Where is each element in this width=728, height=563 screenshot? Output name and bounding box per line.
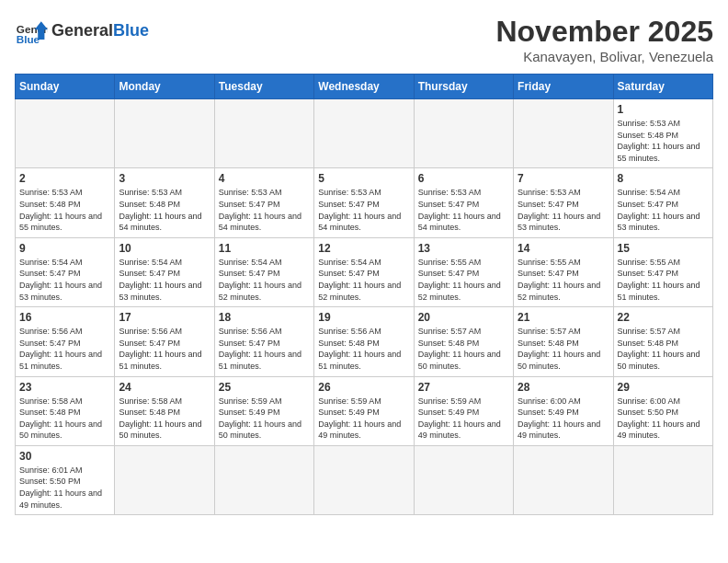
day-info: Sunrise: 5:53 AM Sunset: 5:47 PM Dayligh… <box>518 187 609 233</box>
calendar-cell: 5Sunrise: 5:53 AM Sunset: 5:47 PM Daylig… <box>314 168 414 237</box>
calendar-cell: 3Sunrise: 5:53 AM Sunset: 5:48 PM Daylig… <box>115 168 214 237</box>
day-of-week-header: Monday <box>115 75 214 99</box>
calendar-week-row: 30Sunrise: 6:01 AM Sunset: 5:50 PM Dayli… <box>16 445 713 514</box>
day-info: Sunrise: 5:54 AM Sunset: 5:47 PM Dayligh… <box>318 257 409 303</box>
calendar-cell: 10Sunrise: 5:54 AM Sunset: 5:47 PM Dayli… <box>115 237 214 306</box>
calendar-cell <box>115 99 214 168</box>
day-of-week-header: Friday <box>514 75 613 99</box>
calendar-week-row: 23Sunrise: 5:58 AM Sunset: 5:48 PM Dayli… <box>16 376 713 445</box>
calendar-cell <box>214 99 313 168</box>
day-number: 8 <box>618 172 709 185</box>
day-info: Sunrise: 5:54 AM Sunset: 5:47 PM Dayligh… <box>219 257 310 303</box>
calendar-cell: 23Sunrise: 5:58 AM Sunset: 5:48 PM Dayli… <box>16 376 115 445</box>
day-number: 14 <box>518 242 609 255</box>
calendar-cell: 29Sunrise: 6:00 AM Sunset: 5:50 PM Dayli… <box>613 376 712 445</box>
day-info: Sunrise: 6:00 AM Sunset: 5:49 PM Dayligh… <box>518 396 609 442</box>
day-info: Sunrise: 5:53 AM Sunset: 5:48 PM Dayligh… <box>618 118 709 164</box>
calendar-cell: 19Sunrise: 5:56 AM Sunset: 5:48 PM Dayli… <box>314 307 414 376</box>
day-info: Sunrise: 5:54 AM Sunset: 5:47 PM Dayligh… <box>119 257 210 303</box>
calendar-cell: 24Sunrise: 5:58 AM Sunset: 5:48 PM Dayli… <box>115 376 214 445</box>
calendar-cell: 2Sunrise: 5:53 AM Sunset: 5:48 PM Daylig… <box>16 168 115 237</box>
day-number: 16 <box>19 311 110 324</box>
day-info: Sunrise: 5:55 AM Sunset: 5:47 PM Dayligh… <box>418 257 509 303</box>
day-of-week-header: Tuesday <box>214 75 313 99</box>
calendar-table: SundayMondayTuesdayWednesdayThursdayFrid… <box>15 74 713 515</box>
day-number: 1 <box>618 103 709 116</box>
day-info: Sunrise: 5:53 AM Sunset: 5:48 PM Dayligh… <box>119 187 210 233</box>
day-number: 23 <box>19 381 110 394</box>
calendar-cell <box>314 99 414 168</box>
day-info: Sunrise: 5:55 AM Sunset: 5:47 PM Dayligh… <box>618 257 709 303</box>
day-number: 7 <box>518 172 609 185</box>
calendar-cell <box>514 445 613 514</box>
day-number: 5 <box>318 172 409 185</box>
calendar-cell: 17Sunrise: 5:56 AM Sunset: 5:47 PM Dayli… <box>115 307 214 376</box>
day-info: Sunrise: 5:54 AM Sunset: 5:47 PM Dayligh… <box>618 187 709 233</box>
day-number: 28 <box>518 381 609 394</box>
day-info: Sunrise: 5:58 AM Sunset: 5:48 PM Dayligh… <box>119 396 210 442</box>
day-info: Sunrise: 5:56 AM Sunset: 5:48 PM Dayligh… <box>318 326 409 372</box>
calendar-cell <box>314 445 414 514</box>
day-info: Sunrise: 5:57 AM Sunset: 5:48 PM Dayligh… <box>418 326 509 372</box>
calendar-week-row: 1Sunrise: 5:53 AM Sunset: 5:48 PM Daylig… <box>16 99 713 168</box>
calendar-cell: 20Sunrise: 5:57 AM Sunset: 5:48 PM Dayli… <box>414 307 513 376</box>
day-number: 6 <box>418 172 509 185</box>
day-number: 27 <box>418 381 509 394</box>
day-number: 24 <box>119 381 210 394</box>
calendar-cell: 25Sunrise: 5:59 AM Sunset: 5:49 PM Dayli… <box>214 376 313 445</box>
day-info: Sunrise: 5:56 AM Sunset: 5:47 PM Dayligh… <box>219 326 310 372</box>
calendar-cell: 15Sunrise: 5:55 AM Sunset: 5:47 PM Dayli… <box>613 237 712 306</box>
page-header: General Blue GeneralBlue November 2025 K… <box>15 15 713 64</box>
day-info: Sunrise: 5:57 AM Sunset: 5:48 PM Dayligh… <box>518 326 609 372</box>
day-info: Sunrise: 5:53 AM Sunset: 5:47 PM Dayligh… <box>418 187 509 233</box>
calendar-cell: 18Sunrise: 5:56 AM Sunset: 5:47 PM Dayli… <box>214 307 313 376</box>
day-number: 3 <box>119 172 210 185</box>
calendar-header-row: SundayMondayTuesdayWednesdayThursdayFrid… <box>16 75 713 99</box>
day-info: Sunrise: 5:54 AM Sunset: 5:47 PM Dayligh… <box>19 257 110 303</box>
calendar-cell: 7Sunrise: 5:53 AM Sunset: 5:47 PM Daylig… <box>514 168 613 237</box>
calendar-week-row: 16Sunrise: 5:56 AM Sunset: 5:47 PM Dayli… <box>16 307 713 376</box>
day-number: 26 <box>318 381 409 394</box>
calendar-cell: 26Sunrise: 5:59 AM Sunset: 5:49 PM Dayli… <box>314 376 414 445</box>
calendar-cell: 11Sunrise: 5:54 AM Sunset: 5:47 PM Dayli… <box>214 237 313 306</box>
calendar-cell: 12Sunrise: 5:54 AM Sunset: 5:47 PM Dayli… <box>314 237 414 306</box>
logo: General Blue GeneralBlue <box>15 15 149 48</box>
day-info: Sunrise: 5:53 AM Sunset: 5:48 PM Dayligh… <box>19 187 110 233</box>
day-of-week-header: Sunday <box>16 75 115 99</box>
calendar-cell: 30Sunrise: 6:01 AM Sunset: 5:50 PM Dayli… <box>16 445 115 514</box>
day-number: 11 <box>219 242 310 255</box>
calendar-cell <box>414 99 513 168</box>
day-info: Sunrise: 5:56 AM Sunset: 5:47 PM Dayligh… <box>19 326 110 372</box>
day-number: 2 <box>19 172 110 185</box>
calendar-cell <box>115 445 214 514</box>
calendar-cell <box>16 99 115 168</box>
day-info: Sunrise: 5:53 AM Sunset: 5:47 PM Dayligh… <box>219 187 310 233</box>
calendar-week-row: 2Sunrise: 5:53 AM Sunset: 5:48 PM Daylig… <box>16 168 713 237</box>
day-number: 13 <box>418 242 509 255</box>
calendar-cell: 8Sunrise: 5:54 AM Sunset: 5:47 PM Daylig… <box>613 168 712 237</box>
day-number: 10 <box>119 242 210 255</box>
calendar-cell: 13Sunrise: 5:55 AM Sunset: 5:47 PM Dayli… <box>414 237 513 306</box>
calendar-cell <box>414 445 513 514</box>
day-of-week-header: Saturday <box>613 75 712 99</box>
day-info: Sunrise: 5:59 AM Sunset: 5:49 PM Dayligh… <box>418 396 509 442</box>
calendar-cell <box>214 445 313 514</box>
logo-text: GeneralBlue <box>51 22 149 40</box>
day-info: Sunrise: 6:01 AM Sunset: 5:50 PM Dayligh… <box>19 465 110 511</box>
location: Kanavayen, Bolivar, Venezuela <box>495 49 713 64</box>
logo-icon: General Blue <box>15 15 48 48</box>
day-info: Sunrise: 5:58 AM Sunset: 5:48 PM Dayligh… <box>19 396 110 442</box>
day-number: 12 <box>318 242 409 255</box>
day-number: 17 <box>119 311 210 324</box>
calendar-cell: 22Sunrise: 5:57 AM Sunset: 5:48 PM Dayli… <box>613 307 712 376</box>
day-number: 9 <box>19 242 110 255</box>
calendar-cell: 6Sunrise: 5:53 AM Sunset: 5:47 PM Daylig… <box>414 168 513 237</box>
day-of-week-header: Wednesday <box>314 75 414 99</box>
title-block: November 2025 Kanavayen, Bolivar, Venezu… <box>495 15 713 64</box>
day-number: 30 <box>19 450 110 463</box>
calendar-cell: 16Sunrise: 5:56 AM Sunset: 5:47 PM Dayli… <box>16 307 115 376</box>
day-number: 29 <box>618 381 709 394</box>
day-of-week-header: Thursday <box>414 75 513 99</box>
calendar-cell: 9Sunrise: 5:54 AM Sunset: 5:47 PM Daylig… <box>16 237 115 306</box>
day-info: Sunrise: 5:59 AM Sunset: 5:49 PM Dayligh… <box>318 396 409 442</box>
